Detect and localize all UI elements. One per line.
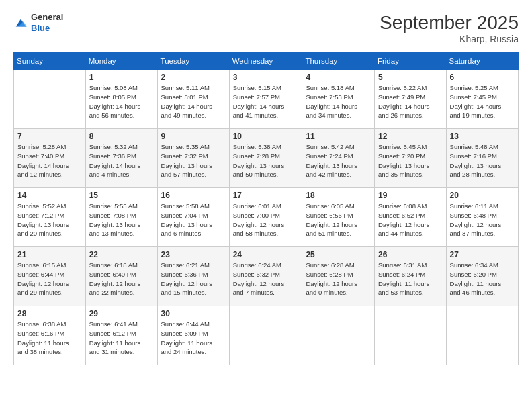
day-cell: 1Sunrise: 5:08 AM Sunset: 8:05 PM Daylig… bbox=[85, 70, 157, 129]
day-cell: 12Sunrise: 5:45 AM Sunset: 7:20 PM Dayli… bbox=[374, 129, 446, 188]
day-info: Sunrise: 6:38 AM Sunset: 6:16 PM Dayligh… bbox=[17, 320, 82, 357]
day-cell bbox=[446, 306, 518, 365]
col-header-monday: Monday bbox=[85, 53, 157, 70]
day-cell: 29Sunrise: 6:41 AM Sunset: 6:12 PM Dayli… bbox=[85, 306, 157, 365]
logo-general: General bbox=[31, 12, 63, 22]
day-info: Sunrise: 6:44 AM Sunset: 6:09 PM Dayligh… bbox=[161, 320, 226, 357]
day-number: 5 bbox=[378, 73, 443, 82]
day-info: Sunrise: 6:18 AM Sunset: 6:40 PM Dayligh… bbox=[89, 261, 154, 298]
day-cell: 2Sunrise: 5:11 AM Sunset: 8:01 PM Daylig… bbox=[157, 70, 229, 129]
day-info: Sunrise: 5:42 AM Sunset: 7:24 PM Dayligh… bbox=[306, 142, 371, 179]
col-header-saturday: Saturday bbox=[446, 53, 518, 70]
day-info: Sunrise: 6:01 AM Sunset: 7:00 PM Dayligh… bbox=[233, 201, 299, 238]
day-info: Sunrise: 5:48 AM Sunset: 7:16 PM Dayligh… bbox=[450, 142, 515, 179]
day-number: 19 bbox=[378, 191, 443, 200]
day-cell: 14Sunrise: 5:52 AM Sunset: 7:12 PM Dayli… bbox=[14, 188, 86, 247]
day-info: Sunrise: 6:15 AM Sunset: 6:44 PM Dayligh… bbox=[17, 261, 82, 298]
logo-text: General Blue bbox=[31, 12, 63, 33]
day-info: Sunrise: 6:34 AM Sunset: 6:20 PM Dayligh… bbox=[450, 261, 515, 298]
day-info: Sunrise: 5:25 AM Sunset: 7:45 PM Dayligh… bbox=[450, 83, 515, 120]
day-number: 18 bbox=[306, 191, 371, 200]
week-row-4: 21Sunrise: 6:15 AM Sunset: 6:44 PM Dayli… bbox=[14, 247, 519, 306]
day-info: Sunrise: 6:08 AM Sunset: 6:52 PM Dayligh… bbox=[378, 201, 443, 238]
day-info: Sunrise: 5:32 AM Sunset: 7:36 PM Dayligh… bbox=[89, 142, 154, 179]
day-cell: 7Sunrise: 5:28 AM Sunset: 7:40 PM Daylig… bbox=[14, 129, 86, 188]
day-cell: 15Sunrise: 5:55 AM Sunset: 7:08 PM Dayli… bbox=[85, 188, 157, 247]
day-number: 8 bbox=[89, 132, 154, 141]
day-info: Sunrise: 6:31 AM Sunset: 6:24 PM Dayligh… bbox=[378, 261, 443, 298]
calendar-subtitle: Kharp, Russia bbox=[380, 34, 519, 44]
day-number: 10 bbox=[233, 132, 299, 141]
day-number: 22 bbox=[89, 250, 154, 259]
page: General Blue September 2025 Kharp, Russi… bbox=[0, 0, 532, 411]
calendar-table: SundayMondayTuesdayWednesdayThursdayFrid… bbox=[13, 52, 519, 365]
day-cell: 25Sunrise: 6:28 AM Sunset: 6:28 PM Dayli… bbox=[302, 247, 375, 306]
day-number: 1 bbox=[89, 73, 154, 82]
day-number: 12 bbox=[378, 132, 443, 141]
day-cell: 5Sunrise: 5:22 AM Sunset: 7:49 PM Daylig… bbox=[374, 70, 446, 129]
day-info: Sunrise: 6:11 AM Sunset: 6:48 PM Dayligh… bbox=[450, 201, 515, 238]
day-info: Sunrise: 5:28 AM Sunset: 7:40 PM Dayligh… bbox=[17, 142, 82, 179]
week-row-5: 28Sunrise: 6:38 AM Sunset: 6:16 PM Dayli… bbox=[14, 306, 519, 365]
day-cell: 21Sunrise: 6:15 AM Sunset: 6:44 PM Dayli… bbox=[14, 247, 86, 306]
day-cell: 10Sunrise: 5:38 AM Sunset: 7:28 PM Dayli… bbox=[229, 129, 302, 188]
logo-blue: Blue bbox=[31, 23, 50, 33]
day-cell bbox=[374, 306, 446, 365]
day-number: 3 bbox=[233, 73, 299, 82]
day-cell: 11Sunrise: 5:42 AM Sunset: 7:24 PM Dayli… bbox=[302, 129, 375, 188]
title-area: September 2025 Kharp, Russia bbox=[380, 12, 519, 44]
header: General Blue September 2025 Kharp, Russi… bbox=[13, 12, 519, 44]
day-cell: 9Sunrise: 5:35 AM Sunset: 7:32 PM Daylig… bbox=[157, 129, 229, 188]
day-cell: 6Sunrise: 5:25 AM Sunset: 7:45 PM Daylig… bbox=[446, 70, 518, 129]
day-info: Sunrise: 5:22 AM Sunset: 7:49 PM Dayligh… bbox=[378, 83, 443, 120]
day-cell: 13Sunrise: 5:48 AM Sunset: 7:16 PM Dayli… bbox=[446, 129, 518, 188]
day-number: 2 bbox=[161, 73, 226, 82]
day-info: Sunrise: 5:15 AM Sunset: 7:57 PM Dayligh… bbox=[233, 83, 299, 120]
day-number: 9 bbox=[161, 132, 226, 141]
day-info: Sunrise: 6:24 AM Sunset: 6:32 PM Dayligh… bbox=[233, 261, 299, 298]
day-cell: 8Sunrise: 5:32 AM Sunset: 7:36 PM Daylig… bbox=[85, 129, 157, 188]
day-cell: 23Sunrise: 6:21 AM Sunset: 6:36 PM Dayli… bbox=[157, 247, 229, 306]
logo: General Blue bbox=[13, 12, 63, 33]
day-cell: 20Sunrise: 6:11 AM Sunset: 6:48 PM Dayli… bbox=[446, 188, 518, 247]
day-number: 16 bbox=[161, 191, 226, 200]
col-header-thursday: Thursday bbox=[302, 53, 375, 70]
day-info: Sunrise: 5:11 AM Sunset: 8:01 PM Dayligh… bbox=[161, 83, 226, 120]
day-info: Sunrise: 5:38 AM Sunset: 7:28 PM Dayligh… bbox=[233, 142, 299, 179]
day-number: 6 bbox=[450, 73, 515, 82]
day-info: Sunrise: 6:28 AM Sunset: 6:28 PM Dayligh… bbox=[306, 261, 371, 298]
day-cell: 30Sunrise: 6:44 AM Sunset: 6:09 PM Dayli… bbox=[157, 306, 229, 365]
day-info: Sunrise: 5:55 AM Sunset: 7:08 PM Dayligh… bbox=[89, 201, 154, 238]
day-cell: 17Sunrise: 6:01 AM Sunset: 7:00 PM Dayli… bbox=[229, 188, 302, 247]
day-cell bbox=[14, 70, 86, 129]
day-cell: 28Sunrise: 6:38 AM Sunset: 6:16 PM Dayli… bbox=[14, 306, 86, 365]
week-row-3: 14Sunrise: 5:52 AM Sunset: 7:12 PM Dayli… bbox=[14, 188, 519, 247]
logo-icon bbox=[13, 15, 28, 30]
day-cell bbox=[229, 306, 302, 365]
day-cell: 27Sunrise: 6:34 AM Sunset: 6:20 PM Dayli… bbox=[446, 247, 518, 306]
day-number: 26 bbox=[378, 250, 443, 259]
day-info: Sunrise: 5:52 AM Sunset: 7:12 PM Dayligh… bbox=[17, 201, 82, 238]
day-info: Sunrise: 6:05 AM Sunset: 6:56 PM Dayligh… bbox=[306, 201, 371, 238]
day-cell: 19Sunrise: 6:08 AM Sunset: 6:52 PM Dayli… bbox=[374, 188, 446, 247]
day-info: Sunrise: 6:21 AM Sunset: 6:36 PM Dayligh… bbox=[161, 261, 226, 298]
day-number: 30 bbox=[161, 309, 226, 318]
day-cell: 18Sunrise: 6:05 AM Sunset: 6:56 PM Dayli… bbox=[302, 188, 375, 247]
col-header-tuesday: Tuesday bbox=[157, 53, 229, 70]
col-header-sunday: Sunday bbox=[14, 53, 86, 70]
day-number: 20 bbox=[450, 191, 515, 200]
day-number: 23 bbox=[161, 250, 226, 259]
header-row: SundayMondayTuesdayWednesdayThursdayFrid… bbox=[14, 53, 519, 70]
col-header-wednesday: Wednesday bbox=[229, 53, 302, 70]
day-cell: 26Sunrise: 6:31 AM Sunset: 6:24 PM Dayli… bbox=[374, 247, 446, 306]
day-number: 27 bbox=[450, 250, 515, 259]
day-info: Sunrise: 6:41 AM Sunset: 6:12 PM Dayligh… bbox=[89, 320, 154, 357]
day-number: 28 bbox=[17, 309, 82, 318]
day-cell: 16Sunrise: 5:58 AM Sunset: 7:04 PM Dayli… bbox=[157, 188, 229, 247]
week-row-1: 1Sunrise: 5:08 AM Sunset: 8:05 PM Daylig… bbox=[14, 70, 519, 129]
day-info: Sunrise: 5:08 AM Sunset: 8:05 PM Dayligh… bbox=[89, 83, 154, 120]
day-cell: 22Sunrise: 6:18 AM Sunset: 6:40 PM Dayli… bbox=[85, 247, 157, 306]
day-info: Sunrise: 5:45 AM Sunset: 7:20 PM Dayligh… bbox=[378, 142, 443, 179]
day-number: 14 bbox=[17, 191, 82, 200]
day-info: Sunrise: 5:58 AM Sunset: 7:04 PM Dayligh… bbox=[161, 201, 226, 238]
